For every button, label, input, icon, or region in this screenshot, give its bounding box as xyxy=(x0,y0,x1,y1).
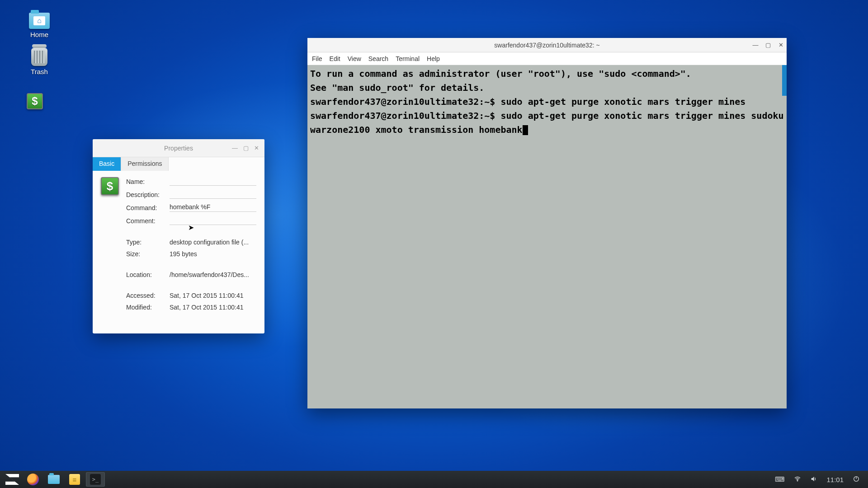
taskbar-files[interactable] xyxy=(44,472,63,487)
label-modified: Modified: xyxy=(126,304,168,311)
terminal-window: swarfendor437@zorin10ultimate32: ~ — ▢ ✕… xyxy=(307,38,787,408)
label-type: Type: xyxy=(126,239,168,246)
terminal-menubar: File Edit View Search Terminal Help xyxy=(307,52,787,65)
label-comment: Comment: xyxy=(126,217,168,225)
taskbar-notes[interactable] xyxy=(65,472,84,487)
scrollbar-thumb[interactable] xyxy=(782,65,787,96)
properties-titlebar[interactable]: Properties — ▢ ✕ xyxy=(93,139,264,157)
folder-icon xyxy=(48,475,60,484)
terminal-cursor-icon xyxy=(523,125,528,135)
mouse-cursor-icon: ➤ xyxy=(188,223,194,232)
terminal-content[interactable]: To run a command as administrator (user … xyxy=(307,65,787,408)
clock[interactable]: 11:01 xyxy=(826,476,844,483)
command-field[interactable] xyxy=(170,203,256,212)
comment-field[interactable] xyxy=(170,216,256,225)
value-modified: Sat, 17 Oct 2015 11:00:41 xyxy=(170,304,256,311)
volume-icon[interactable] xyxy=(810,475,817,484)
tab-permissions[interactable]: Permissions xyxy=(121,157,169,171)
menu-search[interactable]: Search xyxy=(368,55,388,62)
taskbar: >_ ⌨ 11:01 xyxy=(0,471,868,488)
maximize-icon[interactable]: ▢ xyxy=(243,145,249,151)
desktop-icon-label: Home xyxy=(21,31,57,38)
label-command: Command: xyxy=(126,204,168,211)
zorin-logo-icon xyxy=(5,474,19,485)
system-tray: ⌨ 11:01 xyxy=(775,475,865,484)
value-type: desktop configuration file (... xyxy=(170,239,256,246)
terminal-line: swarfendor437@zorin10ultimate32:~$ sudo … xyxy=(310,95,784,109)
label-size: Size: xyxy=(126,250,168,258)
desktop-icon-label: Trash xyxy=(21,68,57,75)
wifi-icon[interactable] xyxy=(794,475,801,484)
properties-window: Properties — ▢ ✕ Basic Permissions $ Nam… xyxy=(93,139,264,333)
keyboard-indicator-icon[interactable]: ⌨ xyxy=(775,475,785,483)
minimize-icon[interactable]: — xyxy=(232,145,238,151)
name-field[interactable] xyxy=(170,177,256,186)
menu-help[interactable]: Help xyxy=(427,55,440,62)
tab-basic[interactable]: Basic xyxy=(93,157,121,171)
menu-view[interactable]: View xyxy=(348,55,361,62)
firefox-icon xyxy=(27,474,39,485)
menu-terminal[interactable]: Terminal xyxy=(396,55,420,62)
label-accessed: Accessed: xyxy=(126,292,168,299)
svg-point-0 xyxy=(797,480,798,481)
dollar-icon: $ xyxy=(101,177,119,195)
value-size: 195 bytes xyxy=(170,250,256,258)
folder-icon xyxy=(29,13,50,29)
dollar-icon: $ xyxy=(27,93,43,109)
close-icon[interactable]: ✕ xyxy=(254,145,259,151)
properties-tabs: Basic Permissions xyxy=(93,157,264,171)
label-description: Description: xyxy=(126,191,168,198)
terminal-line: To run a command as administrator (user … xyxy=(310,67,784,81)
value-location: /home/swarfendor437/Des... xyxy=(170,271,256,278)
terminal-title-text: swarfendor437@zorin10ultimate32: ~ xyxy=(494,42,599,49)
label-name: Name: xyxy=(126,178,168,185)
properties-file-icon[interactable]: $ xyxy=(101,177,119,311)
value-accessed: Sat, 17 Oct 2015 11:00:41 xyxy=(170,292,256,299)
menu-edit[interactable]: Edit xyxy=(330,55,340,62)
desktop-icon-trash[interactable]: Trash xyxy=(21,46,57,75)
properties-title-text: Properties xyxy=(164,145,193,152)
description-field[interactable] xyxy=(170,190,256,199)
menu-file[interactable]: File xyxy=(312,55,322,62)
terminal-titlebar[interactable]: swarfendor437@zorin10ultimate32: ~ — ▢ ✕ xyxy=(307,38,787,52)
notes-icon xyxy=(69,474,80,485)
desktop-icon-homebank[interactable]: $ xyxy=(21,93,48,109)
terminal-line: swarfendor437@zorin10ultimate32:~$ sudo … xyxy=(310,110,789,135)
taskbar-firefox[interactable] xyxy=(24,472,42,487)
desktop-icon-home[interactable]: Home xyxy=(21,10,57,38)
label-location: Location: xyxy=(126,271,168,278)
minimize-icon[interactable]: — xyxy=(752,42,759,48)
trash-icon xyxy=(31,48,47,66)
terminal-line: See "man sudo_root" for details. xyxy=(310,81,784,95)
power-icon[interactable] xyxy=(853,475,860,484)
close-icon[interactable]: ✕ xyxy=(778,42,784,48)
taskbar-terminal[interactable]: >_ xyxy=(86,472,105,487)
start-menu-button[interactable] xyxy=(3,472,22,487)
maximize-icon[interactable]: ▢ xyxy=(765,42,771,48)
terminal-icon: >_ xyxy=(90,474,101,485)
